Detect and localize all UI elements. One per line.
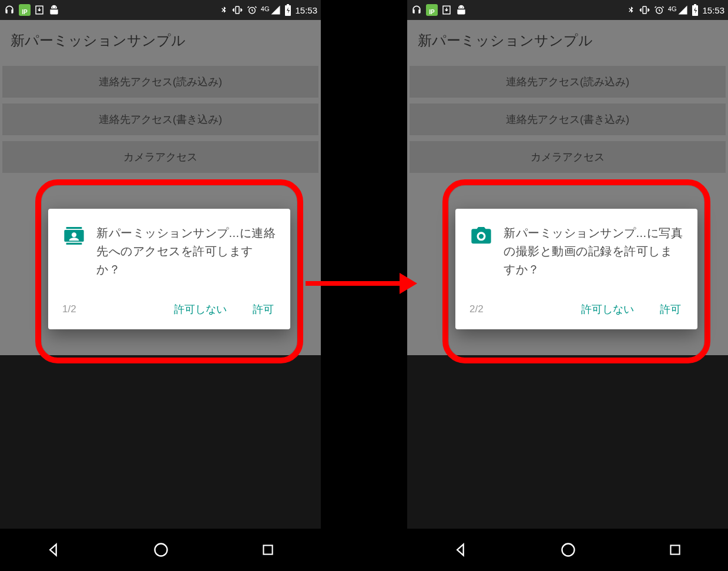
permission-dialog: 新パーミッションサンプ...に写真の撮影と動画の記録を許可しますか？ 2/2 許… [455,209,697,329]
headphones-icon [4,4,15,16]
ip-badge-icon: IP [19,4,31,16]
arrow-annotation [306,266,417,301]
contacts-icon [62,224,86,279]
status-clock: 15:53 [702,5,724,15]
permission-dialog-message: 新パーミッションサンプ...に連絡先へのアクセスを許可しますか？ [96,224,276,279]
vibrate-icon [232,5,243,15]
nav-home-button[interactable] [560,542,576,558]
alarm-icon [654,5,665,15]
status-bar: IP 4G 15:53 [0,0,321,20]
signal-icon [270,5,281,15]
status-clock: 15:53 [295,5,317,15]
svg-rect-4 [263,545,272,554]
svg-rect-1 [236,6,239,14]
download-icon [441,5,452,15]
camera-icon [469,224,493,279]
status-bar: IP 4G 15:53 [407,0,728,20]
permission-dialog-message: 新パーミッションサンプ...に写真の撮影と動画の記録を許可しますか？ [504,224,683,279]
android-icon [48,4,60,16]
nav-back-button[interactable] [45,542,62,558]
deny-button[interactable]: 許可しない [579,298,636,321]
download-icon [34,5,45,15]
nav-back-button[interactable] [452,542,469,558]
headphones-icon [411,4,422,16]
svg-rect-9 [670,545,679,554]
svg-point-3 [155,544,167,556]
navigation-bar [0,529,321,571]
annotation-highlight: 新パーミッションサンプ...に連絡先へのアクセスを許可しますか？ 1/2 許可し… [35,179,303,363]
deny-button[interactable]: 許可しない [172,298,229,321]
battery-charging-icon [692,4,699,16]
ip-badge-icon: IP [426,4,438,16]
battery-charging-icon [284,4,291,16]
phone-screenshot-right: IP 4G 15:53 [407,0,728,571]
network-type-label: 4G [668,5,677,12]
network-type-label: 4G [261,5,270,12]
bluetooth-icon [220,5,228,15]
vibrate-icon [639,5,650,15]
svg-rect-6 [643,6,646,14]
signal-icon [677,5,688,15]
svg-marker-11 [400,273,417,294]
navigation-bar [407,529,728,571]
permission-counter: 2/2 [469,303,484,315]
alarm-icon [247,5,257,15]
allow-button[interactable]: 許可 [250,298,276,321]
permission-counter: 1/2 [62,303,76,315]
svg-point-8 [562,544,574,556]
nav-recent-button[interactable] [260,542,276,557]
nav-home-button[interactable] [153,542,169,558]
annotation-highlight: 新パーミッションサンプ...に写真の撮影と動画の記録を許可しますか？ 2/2 許… [442,179,710,363]
bluetooth-icon [627,5,635,15]
allow-button[interactable]: 許可 [657,298,683,321]
permission-dialog: 新パーミッションサンプ...に連絡先へのアクセスを許可しますか？ 1/2 許可し… [48,209,290,329]
phone-screenshot-left: IP 4G 15:53 [0,0,321,571]
android-icon [455,4,467,16]
nav-recent-button[interactable] [667,542,683,557]
